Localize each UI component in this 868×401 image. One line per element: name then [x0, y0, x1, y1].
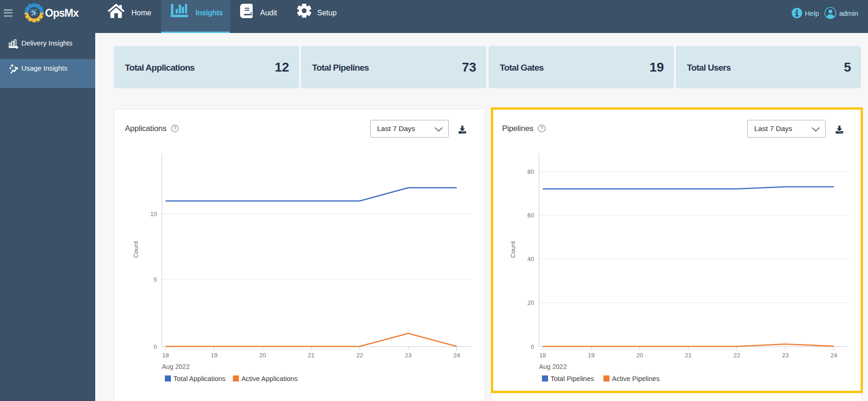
svg-text:21: 21 [308, 352, 314, 359]
svg-text:?: ? [540, 125, 543, 131]
svg-text:20: 20 [636, 352, 643, 359]
svg-text:19: 19 [588, 352, 594, 359]
svg-text:Active Pipelines: Active Pipelines [612, 375, 659, 382]
svg-text:19: 19 [211, 352, 217, 359]
svg-text:18: 18 [162, 352, 169, 359]
svg-text:10: 10 [150, 210, 157, 217]
svg-text:5: 5 [154, 276, 157, 283]
svg-text:24: 24 [453, 352, 460, 359]
svg-text:23: 23 [405, 352, 411, 359]
svg-text:20: 20 [259, 352, 266, 359]
svg-text:40: 40 [528, 256, 534, 263]
svg-text:Count: Count [132, 241, 139, 258]
svg-text:Total Applications: Total Applications [174, 375, 226, 382]
svg-text:80: 80 [528, 168, 534, 175]
svg-text:21: 21 [685, 352, 692, 359]
svg-text:Aug 2022: Aug 2022 [162, 363, 190, 370]
svg-text:Count: Count [509, 241, 516, 258]
svg-text:22: 22 [356, 352, 363, 359]
svg-text:Aug 2022: Aug 2022 [539, 363, 567, 370]
svg-text:60: 60 [528, 212, 534, 219]
svg-text:0: 0 [531, 343, 534, 350]
svg-text:22: 22 [733, 352, 740, 359]
svg-text:Active Applications: Active Applications [241, 375, 298, 382]
svg-text:0: 0 [154, 343, 157, 350]
svg-text:18: 18 [539, 352, 546, 359]
svg-text:23: 23 [782, 352, 789, 359]
svg-text:?: ? [173, 125, 176, 131]
svg-text:20: 20 [528, 299, 534, 306]
svg-text:24: 24 [830, 352, 837, 359]
svg-text:Total Pipelines: Total Pipelines [551, 375, 594, 382]
